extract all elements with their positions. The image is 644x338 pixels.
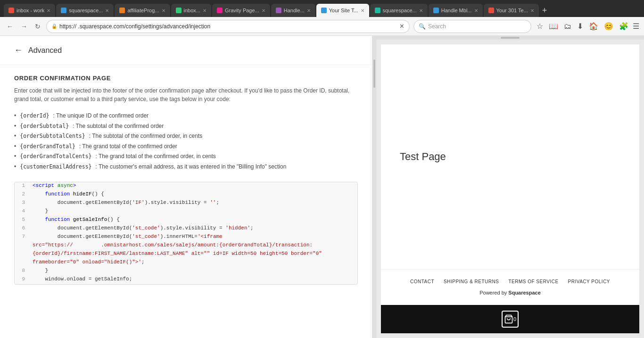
tab-favicon-10 — [488, 8, 494, 13]
bullet-list: {orderId}: The unique ID of the confirme… — [14, 111, 358, 172]
tab-close-8[interactable]: ✕ — [419, 8, 423, 13]
panel-header: ← Advanced — [0, 36, 372, 65]
tab-label-7: Your Site T... — [329, 8, 358, 13]
tab-9[interactable]: Handle Mbl... ✕ — [429, 4, 483, 17]
tab-close-2[interactable]: ✕ — [105, 8, 109, 13]
tab-label-5: Gravity Page... — [225, 8, 259, 13]
url-text: https:// .squarespace.com/config/setting… — [59, 23, 397, 30]
footer-link-contact[interactable]: CONTACT — [410, 279, 434, 284]
preview-frame: Test Page ↖ CONTACT SHIPPING & RETURNS T… — [381, 44, 639, 333]
tab-bar: inbox - work ✕ squarespace... ✕ affiliat… — [0, 0, 644, 17]
emoji-icon[interactable]: 😊 — [603, 20, 615, 32]
resize-handle[interactable] — [501, 37, 520, 39]
list-item: {orderGrandTotalCents}: The grand total … — [14, 152, 358, 162]
tab-favicon-6 — [276, 8, 281, 13]
tab-close-9[interactable]: ✕ — [474, 8, 478, 13]
pocket-icon[interactable]: 🗂 — [562, 21, 573, 32]
preview-top-bar — [376, 36, 644, 40]
menu-icon[interactable]: ☰ — [633, 22, 639, 31]
tab-2[interactable]: squarespace... ✕ — [56, 4, 114, 17]
tab-close-1[interactable]: ✕ — [47, 8, 50, 13]
tab-8[interactable]: squarespace... ✕ — [370, 4, 428, 17]
code-line-2: 2 function hideIF() { — [15, 191, 357, 199]
back-arrow-button[interactable]: ← — [14, 45, 23, 55]
code-line-7b: src="https:// .omnistarhost.com/sales/sa… — [15, 242, 357, 250]
code-line-7d: frameborder="0" onload="hideIF()">'; — [15, 259, 357, 267]
tab-favicon-2 — [61, 8, 66, 13]
tab-3[interactable]: affiliateProg... ✕ — [115, 4, 170, 17]
tab-label-4: inbox... — [184, 8, 200, 13]
tab-label-1: inbox - work — [17, 8, 44, 13]
list-item: {orderSubtotalCents}: The subtotal of th… — [14, 131, 358, 142]
section-description: Enter code that will be injected into th… — [14, 86, 358, 103]
divider — [372, 36, 376, 338]
bullet-tag-1: {orderId} — [20, 111, 49, 121]
tab-label-6: Handle... — [284, 8, 305, 13]
footer-link-terms[interactable]: TERMS OF SERVICE — [508, 279, 558, 284]
forward-button[interactable]: → — [19, 21, 29, 32]
tab-10[interactable]: Your 301 Te... ✕ — [484, 4, 539, 17]
footer-link-shipping[interactable]: SHIPPING & RETURNS — [444, 279, 499, 284]
panel-body: ORDER CONFIRMATION PAGE Enter code that … — [0, 65, 372, 294]
refresh-button[interactable]: ↻ — [33, 21, 42, 32]
tab-label-8: squarespace... — [383, 8, 417, 13]
code-line-7: 7 document.getElementById('st_code').inn… — [15, 233, 357, 242]
list-item: {orderId}: The unique ID of the confirme… — [14, 111, 358, 121]
reading-list-icon[interactable]: 📖 — [547, 20, 560, 32]
new-tab-button[interactable]: + — [540, 4, 550, 17]
tab-close-5[interactable]: ✕ — [262, 8, 265, 13]
cart-icon[interactable]: 0 — [502, 311, 519, 328]
tab-close-4[interactable]: ✕ — [203, 8, 206, 13]
code-line-4: 4 } — [15, 208, 357, 216]
tab-favicon-1 — [8, 8, 14, 13]
code-line-5: 5 function getSaleInfo() { — [15, 216, 357, 225]
reload-icon: ✕ — [399, 23, 405, 30]
page-content: ← Advanced ORDER CONFIRMATION PAGE Enter… — [0, 36, 644, 338]
code-editor[interactable]: 1 <script async> 2 function hideIF() { 3… — [14, 182, 358, 285]
tab-4[interactable]: inbox... ✕ — [171, 4, 211, 17]
url-bar[interactable]: 🔒 https:// .squarespace.com/config/setti… — [46, 20, 410, 33]
code-line-9: 9 window.onload = getSaleInfo; — [15, 276, 357, 284]
extensions-icon[interactable]: 🧩 — [618, 20, 630, 32]
tab-label-2: squarespace... — [69, 8, 103, 13]
tab-1[interactable]: inbox - work ✕ — [4, 4, 55, 17]
preview-cart-bar: 0 — [381, 305, 639, 333]
code-line-3: 3 document.getElementById('IF').style.vi… — [15, 199, 357, 208]
panel-title: Advanced — [28, 46, 62, 55]
list-item: {orderGrandTotal}: The grand total of th… — [14, 142, 358, 152]
scrollbar-thumb[interactable] — [373, 59, 375, 88]
tab-7-active[interactable]: Your Site T... ✕ — [316, 4, 369, 17]
code-line-6: 6 document.getElementById('st_code').sty… — [15, 225, 357, 233]
browser-window: inbox - work ✕ squarespace... ✕ affiliat… — [0, 0, 644, 338]
download-icon[interactable]: ⬇ — [576, 20, 585, 32]
tab-5[interactable]: Gravity Page... ✕ — [212, 4, 270, 17]
code-line-7c: {orderId}/firstname:FIRST_NAME/lastname:… — [15, 250, 357, 259]
preview-body: Test Page ↖ — [381, 44, 639, 269]
tab-close-10[interactable]: ✕ — [530, 8, 534, 13]
tab-close-3[interactable]: ✕ — [162, 8, 165, 13]
tab-favicon-5 — [217, 8, 223, 13]
bullet-tag-3: {orderSubtotalCents} — [20, 131, 85, 142]
bullet-tag-4: {orderGrandTotal} — [20, 142, 75, 152]
search-placeholder: Search — [428, 23, 446, 30]
preview-footer: CONTACT SHIPPING & RETURNS TERMS OF SERV… — [381, 269, 639, 305]
tab-6[interactable]: Handle... ✕ — [271, 4, 315, 17]
tab-close-6[interactable]: ✕ — [307, 8, 311, 13]
tab-close-7[interactable]: ✕ — [361, 8, 364, 13]
list-item: {orderSubtotal}: The subtotal of the con… — [14, 121, 358, 132]
home-icon[interactable]: 🏠 — [587, 20, 600, 32]
powered-by: Powered by Squarespace — [390, 290, 630, 296]
back-button[interactable]: ← — [5, 21, 15, 32]
tab-label-3: affiliateProg... — [127, 8, 159, 13]
tab-label-9: Handle Mbl... — [441, 8, 472, 13]
footer-link-privacy[interactable]: PRIVACY POLICY — [568, 279, 610, 284]
tab-favicon-3 — [119, 8, 125, 13]
section-title: ORDER CONFIRMATION PAGE — [14, 75, 358, 82]
search-icon: 🔍 — [419, 23, 426, 30]
tab-favicon-9 — [433, 8, 439, 13]
search-bar[interactable]: 🔍 Search — [413, 20, 531, 33]
tab-label-10: Your 301 Te... — [496, 8, 528, 13]
lock-icon: 🔒 — [51, 24, 57, 29]
right-panel: Test Page ↖ CONTACT SHIPPING & RETURNS T… — [376, 36, 644, 338]
bookmark-icon[interactable]: ☆ — [535, 20, 545, 32]
